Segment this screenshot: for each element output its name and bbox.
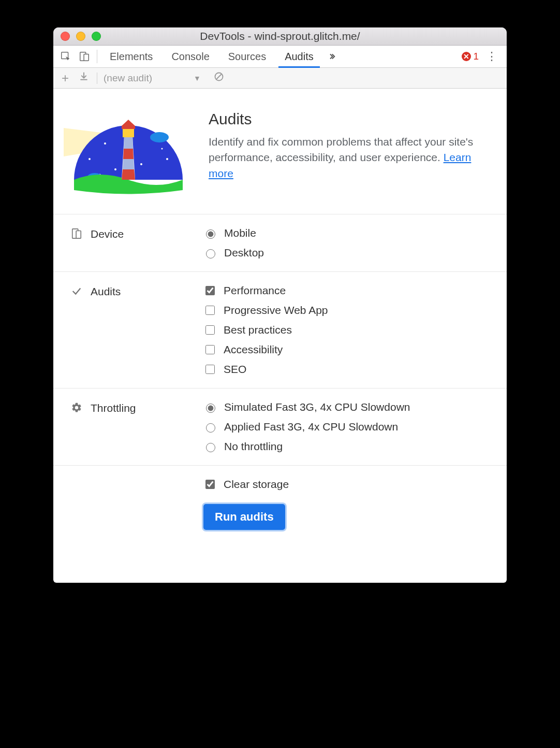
- checkbox-input[interactable]: [205, 365, 215, 374]
- devtools-window: DevTools - wind-sprout.glitch.me/ Elemen…: [53, 27, 507, 583]
- audits-toolbar: + (new audit) ▼: [53, 68, 507, 89]
- radio-input[interactable]: [206, 249, 215, 258]
- svg-rect-21: [123, 128, 134, 137]
- chevron-down-icon: ▼: [194, 74, 201, 82]
- window-title: DevTools - wind-sprout.glitch.me/: [53, 30, 507, 42]
- svg-rect-25: [76, 231, 81, 239]
- checkbox-input[interactable]: [205, 480, 215, 489]
- option-label: Clear storage: [224, 478, 289, 491]
- audit-option-accessibility[interactable]: Accessibility: [203, 343, 489, 356]
- tab-sources[interactable]: Sources: [219, 46, 275, 67]
- svg-point-10: [114, 168, 116, 170]
- option-label: SEO: [224, 363, 246, 376]
- section-throttling: Throttling Simulated Fast 3G, 4x CPU Slo…: [53, 389, 507, 466]
- device-option-mobile[interactable]: Mobile: [203, 227, 489, 239]
- separator: [97, 73, 97, 84]
- window-maximize-button[interactable]: [92, 32, 101, 41]
- tab-console[interactable]: Console: [162, 46, 218, 67]
- device-option-desktop[interactable]: Desktop: [203, 247, 489, 259]
- audit-dropdown[interactable]: (new audit) ▼: [104, 73, 201, 84]
- audit-option-best-practices[interactable]: Best practices: [203, 324, 489, 336]
- tab-elements[interactable]: Elements: [100, 46, 162, 67]
- panel-tabstrip: Elements Console Sources Audits ✕ 1 ⋮: [53, 46, 507, 68]
- svg-point-13: [161, 148, 163, 150]
- page-title: Audits: [209, 110, 490, 128]
- option-label: Simulated Fast 3G, 4x CPU Slowdown: [224, 401, 410, 413]
- svg-marker-19: [123, 149, 134, 159]
- tab-audits[interactable]: Audits: [275, 46, 323, 67]
- svg-point-9: [166, 158, 168, 160]
- option-label: Best practices: [224, 324, 292, 336]
- more-tabs-button[interactable]: [323, 46, 341, 67]
- tab-label: Elements: [110, 51, 153, 63]
- hero-section: Audits Identify and fix common problems …: [53, 89, 507, 214]
- checkbox-input[interactable]: [205, 286, 215, 295]
- clear-storage-option[interactable]: Clear storage: [203, 478, 289, 491]
- option-label: Accessibility: [224, 343, 283, 356]
- svg-marker-17: [122, 169, 135, 180]
- audit-option-performance[interactable]: Performance: [203, 284, 489, 297]
- new-audit-icon[interactable]: +: [58, 71, 72, 85]
- checkbox-input[interactable]: [205, 325, 215, 335]
- radio-input[interactable]: [206, 229, 215, 239]
- throttling-option-applied[interactable]: Applied Fast 3G, 4x CPU Slowdown: [203, 421, 489, 433]
- svg-point-14: [150, 132, 169, 142]
- radio-input[interactable]: [206, 404, 215, 413]
- hero-description: Identify and fix common problems that af…: [209, 134, 490, 181]
- section-label-text: Throttling: [91, 402, 136, 414]
- window-close-button[interactable]: [61, 32, 70, 41]
- svg-point-6: [89, 158, 91, 160]
- run-audits-button[interactable]: Run audits: [203, 504, 285, 530]
- panel-tabs: Elements Console Sources Audits: [100, 46, 323, 67]
- option-label: Applied Fast 3G, 4x CPU Slowdown: [224, 421, 398, 433]
- option-label: Mobile: [224, 227, 256, 239]
- svg-line-4: [216, 74, 222, 79]
- option-label: Performance: [224, 284, 286, 297]
- section-label-text: Device: [91, 228, 124, 240]
- check-icon: [71, 285, 82, 297]
- checkbox-input[interactable]: [205, 345, 215, 354]
- gear-icon: [71, 402, 82, 413]
- settings-menu-button[interactable]: ⋮: [484, 50, 499, 63]
- device-toolbar-icon[interactable]: [75, 46, 94, 67]
- audits-panel: Audits Identify and fix common problems …: [53, 89, 507, 551]
- download-report-icon[interactable]: [77, 71, 91, 84]
- option-label: Progressive Web App: [224, 304, 328, 317]
- section-label: Device: [71, 227, 203, 259]
- svg-marker-18: [123, 159, 134, 169]
- inspect-element-icon[interactable]: [56, 46, 75, 67]
- svg-rect-2: [84, 54, 89, 61]
- hero-description-text: Identify and fix common problems that af…: [209, 136, 473, 163]
- error-icon: ✕: [462, 52, 471, 61]
- lighthouse-illustration: [64, 107, 193, 195]
- svg-rect-22: [122, 126, 135, 129]
- separator: [97, 50, 97, 63]
- device-icon: [71, 228, 82, 239]
- error-count: 1: [473, 51, 479, 62]
- tab-label: Console: [171, 51, 209, 63]
- footer-area: Clear storage Run audits: [53, 466, 507, 551]
- audit-option-pwa[interactable]: Progressive Web App: [203, 304, 489, 317]
- window-minimize-button[interactable]: [76, 32, 85, 41]
- throttling-option-simulated[interactable]: Simulated Fast 3G, 4x CPU Slowdown: [203, 401, 489, 413]
- svg-marker-23: [122, 120, 135, 126]
- svg-point-11: [140, 163, 142, 165]
- radio-input[interactable]: [206, 443, 215, 452]
- throttling-option-none[interactable]: No throttling: [203, 440, 489, 453]
- section-audits: Audits Performance Progressive Web App B…: [53, 272, 507, 389]
- audit-dropdown-label: (new audit): [104, 73, 152, 84]
- tab-label: Audits: [285, 51, 314, 63]
- radio-input[interactable]: [206, 423, 215, 433]
- svg-point-7: [104, 142, 106, 145]
- error-count-badge[interactable]: ✕ 1: [462, 51, 479, 62]
- clear-icon[interactable]: [212, 71, 226, 84]
- option-label: Desktop: [224, 247, 264, 259]
- hero-text: Audits Identify and fix common problems …: [209, 107, 496, 181]
- section-label: Audits: [71, 284, 203, 376]
- svg-marker-20: [124, 136, 133, 149]
- audit-option-seo[interactable]: SEO: [203, 363, 489, 376]
- option-label: No throttling: [224, 440, 283, 453]
- titlebar: DevTools - wind-sprout.glitch.me/: [53, 27, 507, 46]
- checkbox-input[interactable]: [205, 306, 215, 315]
- traffic-lights: [53, 32, 101, 41]
